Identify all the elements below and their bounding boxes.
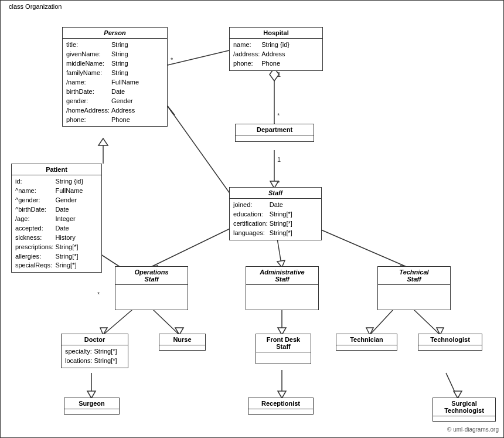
staff-class: Staff joined:Date education:String[*] ce… [229,187,322,240]
technician-body [336,345,397,350]
surgical-technologist-header: SurgicalTechnologist [433,398,495,416]
operations-staff-class: OperationsStaff [115,266,188,310]
doctor-body: specialty:String[*] locations:String[*] [62,345,128,368]
svg-text:*: * [277,179,280,186]
patient-body: id:String {id} ^name:FullName ^gender:Ge… [12,175,101,272]
surgeon-header: Surgeon [64,398,119,409]
nurse-class: Nurse [159,334,206,351]
diagram-container: class Organization * 1 * 1 * [0,0,504,438]
department-header: Department [236,124,314,135]
technical-staff-body [378,285,450,290]
technical-staff-header: TechnicalStaff [378,267,450,285]
technical-staff-class: TechnicalStaff [377,266,451,310]
patient-header: Patient [12,164,101,175]
administrative-staff-header: AdministrativeStaff [246,267,318,285]
department-class: Department [235,124,314,142]
technician-header: Technician [336,334,397,345]
hospital-body: name:String {id} /address:Address phone:… [230,39,322,70]
doctor-class: Doctor specialty:String[*] locations:Str… [61,334,128,368]
svg-text:1: 1 [277,156,281,163]
front-desk-staff-body [256,352,311,357]
diagram-title: class Organization [6,3,64,10]
svg-line-21 [103,310,132,335]
svg-text:1: 1 [277,71,281,78]
person-body: title:String givenName:String middleName… [63,39,167,126]
svg-line-27 [370,310,393,335]
staff-body: joined:Date education:String[*] certific… [230,199,321,240]
hospital-header: Hospital [230,28,322,39]
hospital-class: Hospital name:String {id} /address:Addre… [229,27,323,71]
doctor-header: Doctor [62,334,128,345]
nurse-header: Nurse [159,334,205,345]
surgeon-body [64,409,119,414]
surgical-technologist-class: SurgicalTechnologist [433,398,496,422]
svg-line-29 [414,310,440,335]
technologist-header: Technologist [418,334,482,345]
receptionist-header: Receptionist [248,398,313,409]
operations-staff-header: OperationsStaff [115,267,188,285]
department-body [236,135,314,141]
technologist-class: Technologist [418,334,482,351]
svg-line-0 [168,50,229,65]
receptionist-class: Receptionist [248,398,314,415]
technologist-body [418,345,482,350]
front-desk-staff-header: Front DeskStaff [256,334,311,352]
svg-line-13 [168,106,230,194]
copyright: © uml-diagrams.org [447,426,499,433]
svg-marker-14 [168,106,175,115]
nurse-body [159,345,205,350]
person-class: Person title:String givenName:String mid… [62,27,168,127]
surgeon-class: Surgeon [64,398,120,415]
staff-header: Staff [230,188,321,199]
operations-staff-body [115,285,188,290]
front-desk-staff-class: Front DeskStaff [256,334,311,364]
person-header: Person [63,28,167,39]
svg-text:*: * [171,56,173,63]
patient-class: Patient id:String {id} ^name:FullName ^g… [11,164,102,273]
administrative-staff-body [246,285,318,290]
surgical-technologist-body [433,416,495,421]
technician-class: Technician [336,334,397,351]
svg-line-35 [446,373,458,398]
administrative-staff-class: AdministrativeStaff [246,266,319,310]
svg-line-23 [153,310,179,335]
receptionist-body [248,409,313,414]
svg-text:*: * [97,291,100,298]
svg-marker-12 [98,138,108,145]
svg-text:*: * [277,112,280,119]
